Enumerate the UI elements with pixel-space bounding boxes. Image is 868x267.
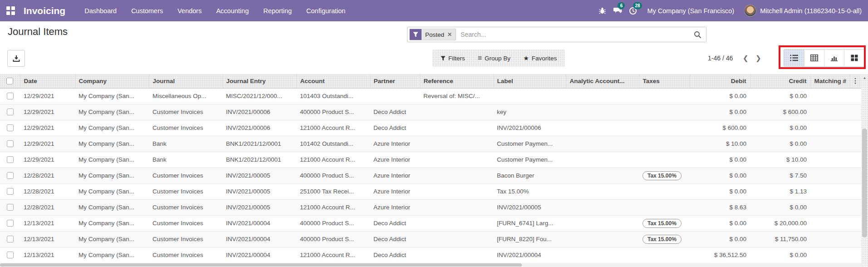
- menu-configuration[interactable]: Configuration: [299, 0, 353, 21]
- export-button[interactable]: [7, 50, 25, 67]
- cell-analytic-account[interactable]: [566, 136, 639, 152]
- cell-account[interactable]: 400000 Product S...: [296, 231, 370, 247]
- cell-partner[interactable]: [370, 88, 420, 104]
- cell-credit[interactable]: $ 20,000.00: [750, 215, 810, 231]
- row-select-cell[interactable]: [0, 168, 20, 183]
- table-row[interactable]: 12/29/2021 My Company (San... Customer I…: [0, 120, 861, 136]
- menu-vendors[interactable]: Vendors: [170, 0, 209, 21]
- cell-account[interactable]: 121000 Account R...: [296, 199, 370, 215]
- cell-taxes[interactable]: [639, 183, 690, 199]
- cell-date[interactable]: 12/28/2021: [20, 199, 75, 215]
- cell-matching[interactable]: [810, 136, 849, 152]
- column-company[interactable]: Company: [75, 74, 149, 88]
- row-select-cell[interactable]: [0, 120, 20, 136]
- cell-matching[interactable]: [810, 199, 849, 215]
- cell-date[interactable]: 12/29/2021: [20, 104, 75, 120]
- row-select-cell[interactable]: [0, 136, 20, 152]
- cell-analytic-account[interactable]: [566, 120, 639, 136]
- column-matching[interactable]: Matching #: [810, 74, 849, 88]
- row-checkbox[interactable]: [7, 124, 14, 131]
- cell-debit[interactable]: $ 0.00: [690, 104, 750, 120]
- cell-reference[interactable]: [420, 215, 493, 231]
- cell-analytic-account[interactable]: [566, 199, 639, 215]
- column-debit[interactable]: Debit: [690, 74, 750, 88]
- row-checkbox[interactable]: [7, 236, 14, 242]
- cell-credit[interactable]: $ 7.50: [750, 168, 810, 183]
- cell-company[interactable]: My Company (San...: [75, 88, 149, 104]
- cell-taxes[interactable]: [639, 247, 690, 263]
- cell-company[interactable]: My Company (San...: [75, 183, 149, 199]
- cell-date[interactable]: 12/29/2021: [20, 88, 75, 104]
- cell-taxes[interactable]: Tax 15.00%: [639, 168, 690, 183]
- cell-debit[interactable]: $ 10.00: [690, 136, 750, 152]
- cell-journal-entry[interactable]: INV/2021/00005: [222, 183, 296, 199]
- cell-partner[interactable]: Deco Addict: [370, 247, 420, 263]
- cell-account[interactable]: 101403 Outstandi...: [296, 88, 370, 104]
- cell-date[interactable]: 12/29/2021: [20, 120, 75, 136]
- cell-journal-entry[interactable]: INV/2021/00004: [222, 215, 296, 231]
- menu-dashboard[interactable]: Dashboard: [77, 0, 124, 21]
- column-journal[interactable]: Journal: [149, 74, 222, 88]
- cell-company[interactable]: My Company (San...: [75, 168, 149, 183]
- cell-analytic-account[interactable]: [566, 104, 639, 120]
- company-switcher[interactable]: My Company (San Francisco): [641, 7, 744, 15]
- table-row[interactable]: 12/29/2021 My Company (San... Miscellane…: [0, 88, 861, 104]
- cell-label[interactable]: INV/2021/00006: [493, 120, 566, 136]
- search-icon[interactable]: [694, 31, 701, 39]
- cell-account[interactable]: 400000 Product S...: [296, 215, 370, 231]
- cell-label[interactable]: key: [493, 104, 566, 120]
- row-select-cell[interactable]: [0, 183, 20, 199]
- table-row[interactable]: 12/28/2021 My Company (San... Customer I…: [0, 168, 861, 183]
- pivot-view-button[interactable]: [804, 49, 824, 66]
- cell-analytic-account[interactable]: [566, 152, 639, 168]
- row-select-cell[interactable]: [0, 152, 20, 168]
- column-taxes[interactable]: Taxes: [639, 74, 690, 88]
- favorites-button[interactable]: ★ Favorites: [517, 49, 563, 67]
- cell-date[interactable]: 12/28/2021: [20, 168, 75, 183]
- cell-date[interactable]: 12/29/2021: [20, 136, 75, 152]
- cell-journal-entry[interactable]: MISC/2021/12/000...: [222, 88, 296, 104]
- debug-button[interactable]: [594, 0, 610, 21]
- user-menu[interactable]: Mitchell Admin (11862340-15-0-all): [760, 7, 863, 15]
- cell-journal-entry[interactable]: BNK1/2021/12/0001: [222, 136, 296, 152]
- column-journal-entry[interactable]: Journal Entry: [222, 74, 296, 88]
- cell-journal-entry[interactable]: INV/2021/00005: [222, 168, 296, 183]
- cell-partner[interactable]: Deco Addict: [370, 104, 420, 120]
- table-row[interactable]: 12/13/2021 My Company (San... Customer I…: [0, 215, 861, 231]
- cell-journal[interactable]: Customer Invoices: [149, 104, 222, 120]
- cell-partner[interactable]: Deco Addict: [370, 215, 420, 231]
- cell-debit[interactable]: $ 8.63: [690, 199, 750, 215]
- cell-journal[interactable]: Bank: [149, 152, 222, 168]
- row-select-cell[interactable]: [0, 88, 20, 104]
- cell-date[interactable]: 12/13/2021: [20, 247, 75, 263]
- cell-partner[interactable]: Azure Interior: [370, 136, 420, 152]
- cell-journal[interactable]: Customer Invoices: [149, 168, 222, 183]
- cell-matching[interactable]: [810, 88, 849, 104]
- cell-matching[interactable]: [810, 183, 849, 199]
- cell-reference[interactable]: [420, 104, 493, 120]
- horizontal-scrollbar-thumb[interactable]: [0, 263, 522, 267]
- apps-menu-button[interactable]: [0, 0, 21, 21]
- cell-company[interactable]: My Company (San...: [75, 231, 149, 247]
- cell-label[interactable]: Bacon Burger: [493, 168, 566, 183]
- cell-partner[interactable]: Azure Interior: [370, 152, 420, 168]
- cell-credit[interactable]: $ 0.00: [750, 120, 810, 136]
- cell-journal[interactable]: Customer Invoices: [149, 231, 222, 247]
- cell-journal-entry[interactable]: INV/2021/00006: [222, 120, 296, 136]
- cell-taxes[interactable]: [639, 199, 690, 215]
- filters-button[interactable]: Filters: [434, 49, 471, 67]
- cell-analytic-account[interactable]: [566, 168, 639, 183]
- pager-previous-button[interactable]: ❮: [739, 49, 752, 67]
- cell-analytic-account[interactable]: [566, 88, 639, 104]
- select-all-checkbox[interactable]: [6, 78, 13, 84]
- cell-reference[interactable]: Reversal of: MISC/...: [420, 88, 493, 104]
- table-row[interactable]: 12/13/2021 My Company (San... Customer I…: [0, 247, 861, 263]
- cell-taxes[interactable]: [639, 136, 690, 152]
- pager-value[interactable]: 1-46 / 46: [708, 54, 733, 62]
- cell-company[interactable]: My Company (San...: [75, 215, 149, 231]
- cell-partner[interactable]: Azure Interior: [370, 199, 420, 215]
- cell-debit[interactable]: $ 600.00: [690, 120, 750, 136]
- cell-journal[interactable]: Customer Invoices: [149, 215, 222, 231]
- cell-account[interactable]: 400000 Product S...: [296, 104, 370, 120]
- cell-debit[interactable]: $ 0.00: [690, 168, 750, 183]
